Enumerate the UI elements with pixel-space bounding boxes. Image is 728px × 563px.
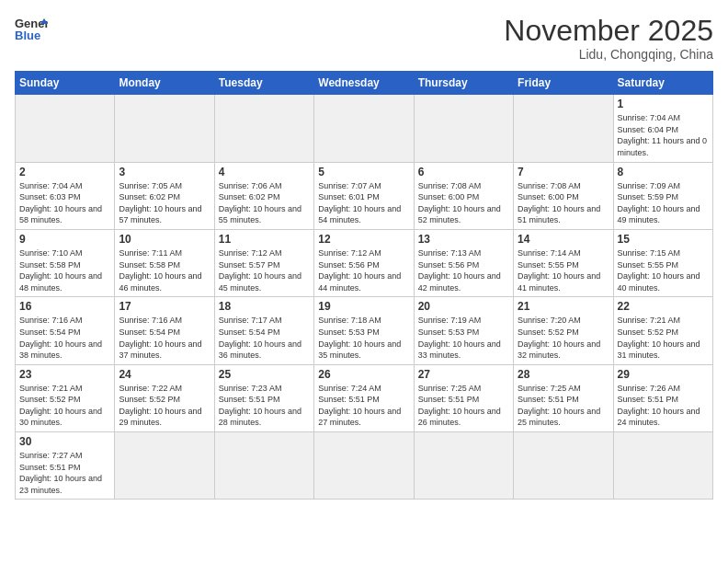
- day-number: 30: [19, 435, 110, 448]
- calendar-row-3: 16Sunrise: 7:16 AM Sunset: 5:54 PM Dayli…: [16, 297, 713, 364]
- empty-cell: [613, 432, 712, 500]
- header-thursday: Thursday: [414, 72, 513, 95]
- day-number: 3: [119, 166, 210, 178]
- day-number: 7: [518, 166, 609, 178]
- day-number: 5: [318, 166, 409, 178]
- table-row: 14Sunrise: 7:14 AM Sunset: 5:55 PM Dayli…: [514, 229, 613, 296]
- table-row: 23Sunrise: 7:21 AM Sunset: 5:52 PM Dayli…: [16, 364, 115, 431]
- calendar-row-1: 2Sunrise: 7:04 AM Sunset: 6:03 PM Daylig…: [16, 162, 713, 229]
- day-info: Sunrise: 7:15 AM Sunset: 5:55 PM Dayligh…: [618, 247, 709, 293]
- table-row: 3Sunrise: 7:05 AM Sunset: 6:02 PM Daylig…: [115, 162, 214, 229]
- day-number: 25: [219, 368, 310, 381]
- day-number: 24: [119, 368, 210, 381]
- day-info: Sunrise: 7:25 AM Sunset: 5:51 PM Dayligh…: [418, 383, 509, 429]
- day-number: 27: [418, 368, 509, 381]
- generalblue-logo-icon: General Blue: [15, 15, 48, 42]
- header-friday: Friday: [514, 72, 613, 95]
- calendar-row-2: 9Sunrise: 7:10 AM Sunset: 5:58 PM Daylig…: [16, 229, 713, 296]
- day-number: 18: [219, 300, 310, 313]
- day-info: Sunrise: 7:16 AM Sunset: 5:54 PM Dayligh…: [19, 315, 110, 361]
- title-section: November 2025 Lidu, Chongqing, China: [504, 15, 713, 62]
- day-info: Sunrise: 7:18 AM Sunset: 5:53 PM Dayligh…: [318, 315, 409, 361]
- day-number: 14: [518, 233, 609, 246]
- table-row: 20Sunrise: 7:19 AM Sunset: 5:53 PM Dayli…: [414, 297, 513, 364]
- day-info: Sunrise: 7:26 AM Sunset: 5:51 PM Dayligh…: [618, 383, 709, 429]
- table-row: 4Sunrise: 7:06 AM Sunset: 6:02 PM Daylig…: [214, 162, 313, 229]
- day-info: Sunrise: 7:24 AM Sunset: 5:51 PM Dayligh…: [318, 383, 409, 429]
- day-info: Sunrise: 7:07 AM Sunset: 6:01 PM Dayligh…: [318, 180, 409, 226]
- day-number: 17: [119, 300, 210, 313]
- day-info: Sunrise: 7:22 AM Sunset: 5:52 PM Dayligh…: [119, 383, 210, 429]
- header-sunday: Sunday: [16, 72, 115, 95]
- table-row: 11Sunrise: 7:12 AM Sunset: 5:57 PM Dayli…: [214, 229, 313, 296]
- day-info: Sunrise: 7:12 AM Sunset: 5:56 PM Dayligh…: [318, 247, 409, 293]
- day-info: Sunrise: 7:08 AM Sunset: 6:00 PM Dayligh…: [418, 180, 509, 226]
- day-number: 22: [618, 300, 709, 313]
- table-row: 9Sunrise: 7:10 AM Sunset: 5:58 PM Daylig…: [16, 229, 115, 296]
- day-info: Sunrise: 7:06 AM Sunset: 6:02 PM Dayligh…: [219, 180, 310, 226]
- day-number: 1: [618, 98, 709, 110]
- day-number: 2: [19, 166, 110, 178]
- day-info: Sunrise: 7:12 AM Sunset: 5:57 PM Dayligh…: [219, 247, 310, 293]
- day-info: Sunrise: 7:20 AM Sunset: 5:52 PM Dayligh…: [518, 315, 609, 361]
- day-number: 23: [19, 368, 110, 381]
- header-wednesday: Wednesday: [314, 72, 414, 95]
- day-number: 6: [418, 166, 509, 178]
- day-info: Sunrise: 7:05 AM Sunset: 6:02 PM Dayligh…: [119, 180, 210, 226]
- table-row: 26Sunrise: 7:24 AM Sunset: 5:51 PM Dayli…: [314, 364, 414, 431]
- table-row: [16, 95, 115, 162]
- day-number: 15: [618, 233, 709, 246]
- logo: General Blue: [15, 15, 48, 42]
- table-row: 24Sunrise: 7:22 AM Sunset: 5:52 PM Dayli…: [115, 364, 214, 431]
- day-number: 21: [518, 300, 609, 313]
- day-number: 12: [318, 233, 409, 246]
- table-row: 17Sunrise: 7:16 AM Sunset: 5:54 PM Dayli…: [115, 297, 214, 364]
- table-row: [115, 95, 214, 162]
- day-number: 8: [618, 166, 709, 178]
- day-number: 20: [418, 300, 509, 313]
- day-info: Sunrise: 7:04 AM Sunset: 6:03 PM Dayligh…: [19, 180, 110, 226]
- day-number: 19: [318, 300, 409, 313]
- table-row: 7Sunrise: 7:08 AM Sunset: 6:00 PM Daylig…: [514, 162, 613, 229]
- day-info: Sunrise: 7:17 AM Sunset: 5:54 PM Dayligh…: [219, 315, 310, 361]
- day-number: 28: [518, 368, 609, 381]
- day-info: Sunrise: 7:11 AM Sunset: 5:58 PM Dayligh…: [119, 247, 210, 293]
- header-saturday: Saturday: [613, 72, 712, 95]
- day-number: 10: [119, 233, 210, 246]
- table-row: 18Sunrise: 7:17 AM Sunset: 5:54 PM Dayli…: [214, 297, 313, 364]
- day-info: Sunrise: 7:04 AM Sunset: 6:04 PM Dayligh…: [618, 112, 709, 158]
- day-info: Sunrise: 7:21 AM Sunset: 5:52 PM Dayligh…: [19, 383, 110, 429]
- table-row: 21Sunrise: 7:20 AM Sunset: 5:52 PM Dayli…: [514, 297, 613, 364]
- table-row: 2Sunrise: 7:04 AM Sunset: 6:03 PM Daylig…: [16, 162, 115, 229]
- table-row: 8Sunrise: 7:09 AM Sunset: 5:59 PM Daylig…: [613, 162, 712, 229]
- day-info: Sunrise: 7:13 AM Sunset: 5:56 PM Dayligh…: [418, 247, 509, 293]
- day-info: Sunrise: 7:09 AM Sunset: 5:59 PM Dayligh…: [618, 180, 709, 226]
- table-row: [414, 95, 513, 162]
- day-number: 9: [19, 233, 110, 246]
- table-row: [214, 95, 313, 162]
- table-row: 10Sunrise: 7:11 AM Sunset: 5:58 PM Dayli…: [115, 229, 214, 296]
- day-info: Sunrise: 7:16 AM Sunset: 5:54 PM Dayligh…: [119, 315, 210, 361]
- table-row: 1Sunrise: 7:04 AM Sunset: 6:04 PM Daylig…: [613, 95, 712, 162]
- day-info: Sunrise: 7:25 AM Sunset: 5:51 PM Dayligh…: [518, 383, 609, 429]
- table-row: [514, 432, 613, 500]
- day-info: Sunrise: 7:23 AM Sunset: 5:51 PM Dayligh…: [219, 383, 310, 429]
- table-row: [214, 432, 313, 500]
- day-number: 11: [219, 233, 310, 246]
- table-row: [414, 432, 513, 500]
- table-row: [115, 432, 214, 500]
- table-row: 25Sunrise: 7:23 AM Sunset: 5:51 PM Dayli…: [214, 364, 313, 431]
- page: General Blue November 2025 Lidu, Chongqi…: [0, 0, 728, 563]
- day-info: Sunrise: 7:14 AM Sunset: 5:55 PM Dayligh…: [518, 247, 609, 293]
- table-row: 5Sunrise: 7:07 AM Sunset: 6:01 PM Daylig…: [314, 162, 414, 229]
- table-row: 12Sunrise: 7:12 AM Sunset: 5:56 PM Dayli…: [314, 229, 414, 296]
- day-number: 29: [618, 368, 709, 381]
- day-info: Sunrise: 7:21 AM Sunset: 5:52 PM Dayligh…: [618, 315, 709, 361]
- day-number: 4: [219, 166, 310, 178]
- table-row: 30Sunrise: 7:27 AM Sunset: 5:51 PM Dayli…: [16, 432, 115, 500]
- day-info: Sunrise: 7:08 AM Sunset: 6:00 PM Dayligh…: [518, 180, 609, 226]
- weekday-header-row: Sunday Monday Tuesday Wednesday Thursday…: [16, 72, 713, 95]
- svg-text:Blue: Blue: [15, 29, 40, 42]
- day-info: Sunrise: 7:10 AM Sunset: 5:58 PM Dayligh…: [19, 247, 110, 293]
- table-row: 13Sunrise: 7:13 AM Sunset: 5:56 PM Dayli…: [414, 229, 513, 296]
